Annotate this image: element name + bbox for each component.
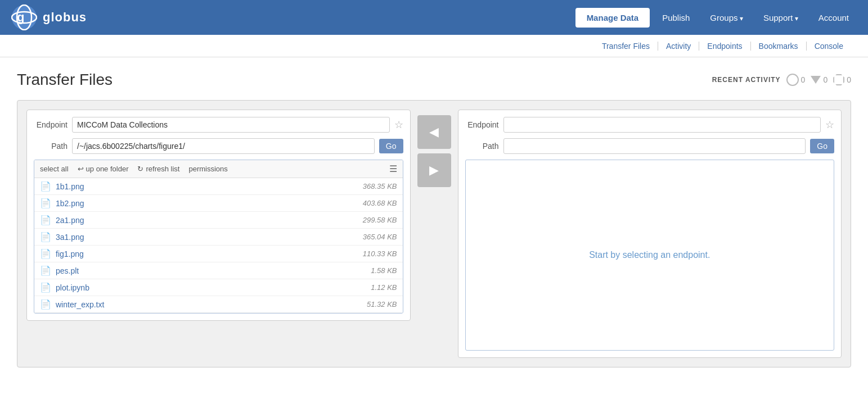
recent-activity-label: RECENT ACTIVITY	[712, 76, 781, 84]
left-endpoint-label: Endpoint	[34, 120, 68, 129]
activity-badge-warning: 0	[811, 75, 827, 84]
activity-badge-success: 0	[786, 74, 806, 86]
transfer-left-button[interactable]: ◀	[417, 115, 451, 149]
file-name: 3a1.png	[56, 233, 358, 242]
sub-navigation: Transfer Files Activity Endpoints Bookma…	[0, 35, 868, 57]
file-size: 51.32 KB	[367, 300, 397, 308]
file-size: 368.35 KB	[363, 182, 397, 190]
list-item[interactable]: 📄 2a1.png 299.58 KB	[34, 212, 403, 229]
success-count: 0	[801, 75, 806, 84]
right-endpoint-row: Endpoint ☆	[465, 117, 835, 133]
file-icon: 📄	[40, 299, 51, 310]
file-name: 1b1.png	[56, 182, 358, 191]
right-path-row: Path Go	[465, 138, 835, 154]
list-item[interactable]: 📄 fig1.png 110.33 KB	[34, 246, 403, 262]
right-endpoint-input[interactable]	[503, 117, 821, 133]
right-placeholder-area: Start by selecting an endpoint.	[465, 160, 835, 351]
file-size: 1.58 KB	[371, 266, 397, 275]
file-icon: 📄	[40, 181, 51, 192]
right-endpoint-star-icon[interactable]: ☆	[825, 119, 834, 131]
right-endpoint-section: Endpoint ☆ Path Go Start by selecting an…	[458, 110, 842, 358]
left-endpoint-input[interactable]	[72, 117, 390, 133]
logo-area: g globus	[11, 4, 87, 30]
brand-name: globus	[43, 10, 87, 25]
list-item[interactable]: 📄 pes.plt 1.58 KB	[34, 262, 403, 279]
transfer-right-button[interactable]: ▶	[417, 153, 451, 187]
warning-triangle-icon	[811, 76, 821, 84]
file-name: 2a1.png	[56, 216, 358, 225]
error-count: 0	[847, 75, 851, 84]
recent-activity-area: RECENT ACTIVITY 0 0 0	[712, 74, 851, 86]
permissions-button[interactable]: permissions	[188, 165, 227, 173]
file-size: 1.12 KB	[371, 283, 397, 292]
support-link[interactable]: Support	[755, 9, 806, 26]
list-item[interactable]: 📄 winter_exp.txt 51.32 KB	[34, 296, 403, 313]
left-file-list-container: select all ↩ up one folder ↻ refresh lis…	[34, 160, 403, 314]
left-endpoint-section: Endpoint ☆ Path Go select all ↩ up one f…	[26, 110, 411, 321]
menu-icon[interactable]: ☰	[389, 164, 397, 174]
left-path-row: Path Go	[34, 138, 403, 154]
manage-data-button[interactable]: Manage Data	[575, 8, 650, 28]
up-folder-icon: ↩	[78, 165, 84, 173]
bookmarks-link[interactable]: Bookmarks	[751, 42, 807, 51]
account-link[interactable]: Account	[811, 9, 857, 26]
top-navigation: g globus Manage Data Publish Groups Supp…	[0, 0, 868, 35]
page-header: Transfer Files RECENT ACTIVITY 0 0 0	[17, 71, 851, 89]
right-go-button[interactable]: Go	[810, 139, 834, 153]
activity-link[interactable]: Activity	[658, 42, 699, 51]
file-name: plot.ipynb	[56, 283, 366, 292]
right-path-input[interactable]	[503, 138, 806, 154]
console-link[interactable]: Console	[807, 42, 851, 51]
globus-logo-icon: g	[11, 4, 37, 30]
endpoints-link[interactable]: Endpoints	[699, 42, 750, 51]
warning-count: 0	[823, 75, 827, 84]
error-octagon-icon	[833, 74, 844, 85]
publish-link[interactable]: Publish	[654, 9, 698, 26]
file-size: 365.04 KB	[363, 233, 397, 241]
file-list: 📄 1b1.png 368.35 KB 📄 1b2.png 403.68 KB …	[34, 178, 403, 313]
left-endpoint-row: Endpoint ☆	[34, 117, 403, 133]
file-name: pes.plt	[56, 266, 366, 275]
list-item[interactable]: 📄 1b2.png 403.68 KB	[34, 195, 403, 212]
page-title: Transfer Files	[17, 71, 113, 89]
right-placeholder-text: Start by selecting an endpoint.	[589, 250, 710, 260]
file-name: 1b2.png	[56, 199, 358, 208]
left-path-input[interactable]	[72, 138, 375, 154]
select-all-button[interactable]: select all	[40, 165, 69, 173]
right-endpoint-label: Endpoint	[465, 120, 499, 129]
right-path-label: Path	[465, 142, 499, 151]
success-circle-icon	[786, 74, 799, 86]
file-icon: 📄	[40, 282, 51, 293]
file-size: 110.33 KB	[363, 249, 397, 258]
file-size: 299.58 KB	[363, 216, 397, 224]
file-icon: 📄	[40, 265, 51, 276]
file-icon: 📄	[40, 248, 51, 259]
file-name: winter_exp.txt	[56, 300, 362, 309]
left-go-button[interactable]: Go	[379, 139, 403, 153]
main-content: Transfer Files RECENT ACTIVITY 0 0 0 End…	[0, 57, 868, 404]
file-icon: 📄	[40, 198, 51, 208]
nav-links: Manage Data Publish Groups Support Accou…	[575, 8, 857, 28]
up-one-folder-button[interactable]: ↩ up one folder	[78, 165, 129, 173]
list-item[interactable]: 📄 3a1.png 365.04 KB	[34, 229, 403, 246]
file-icon: 📄	[40, 231, 51, 242]
transfer-panel: Endpoint ☆ Path Go select all ↩ up one f…	[17, 100, 851, 367]
left-path-label: Path	[34, 142, 68, 151]
list-item[interactable]: 📄 plot.ipynb 1.12 KB	[34, 279, 403, 296]
refresh-list-button[interactable]: ↻ refresh list	[137, 165, 179, 173]
activity-badge-error: 0	[833, 74, 851, 85]
transfer-files-link[interactable]: Transfer Files	[594, 42, 658, 51]
svg-text:g: g	[17, 10, 24, 24]
transfer-arrow-buttons: ◀ ▶	[411, 110, 458, 187]
file-size: 403.68 KB	[363, 199, 397, 207]
list-item[interactable]: 📄 1b1.png 368.35 KB	[34, 178, 403, 195]
groups-link[interactable]: Groups	[702, 9, 751, 26]
file-icon: 📄	[40, 215, 51, 225]
file-name: fig1.png	[56, 249, 358, 258]
file-list-toolbar: select all ↩ up one folder ↻ refresh lis…	[34, 160, 403, 178]
left-endpoint-star-icon[interactable]: ☆	[394, 119, 403, 131]
refresh-icon: ↻	[137, 165, 143, 173]
